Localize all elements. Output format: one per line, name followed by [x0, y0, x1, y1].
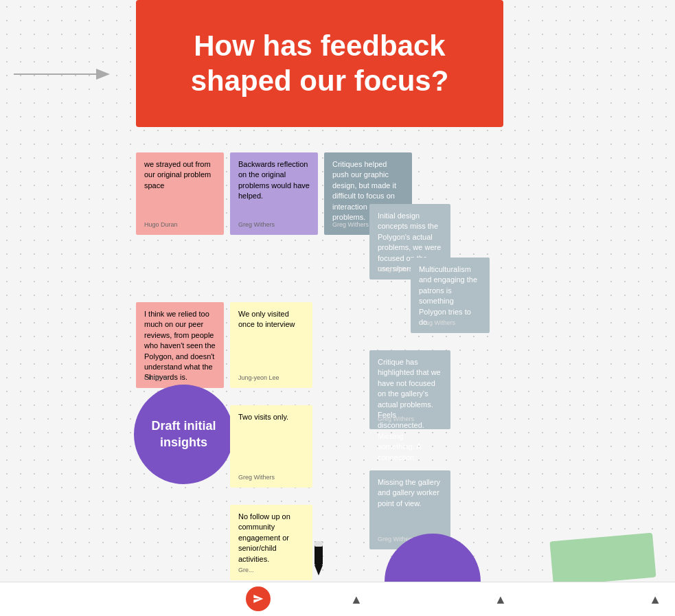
chevron-up-2[interactable]: ▲ — [494, 593, 507, 607]
note-11-author: Gre... — [238, 566, 254, 575]
circle-label-text: Draft initial insights — [144, 418, 223, 450]
header-card: How has feedback shaped our focus? — [136, 0, 503, 127]
draft-insights-circle[interactable]: Draft initial insights — [134, 385, 233, 484]
note-3-author: Greg Withers — [332, 220, 369, 229]
canvas: How has feedback shaped our focus? we st… — [0, 0, 675, 616]
note-11[interactable]: No follow up on community engagement or … — [230, 505, 312, 580]
note-11-text: No follow up on community engagement or … — [238, 512, 304, 564]
send-icon — [253, 593, 264, 604]
note-8-text: Critique has highlighted that we have no… — [378, 357, 442, 463]
note-7-text: We only visited once to interview — [238, 309, 304, 330]
note-2-text: Backwards reflection on the original pro… — [238, 159, 310, 202]
send-button[interactable] — [246, 586, 271, 611]
note-9-text: Two visits only. — [238, 412, 304, 422]
arrow — [7, 60, 113, 91]
toolbar: ▲ ▲ ▲ — [0, 582, 675, 616]
note-1-author: Hugo Duran — [144, 220, 178, 229]
note-9[interactable]: Two visits only. Greg Withers — [230, 405, 312, 488]
chevron-up-1[interactable]: ▲ — [350, 593, 363, 607]
marker-icon — [309, 541, 328, 580]
note-5[interactable]: Multiculturalism and engaging the patron… — [411, 258, 490, 333]
green-decoration — [549, 533, 656, 586]
chevron-up-3[interactable]: ▲ — [649, 593, 661, 607]
note-7-author: Jung-yeon Lee — [238, 374, 279, 383]
note-4-author: Greg Withers — [378, 265, 414, 274]
note-5-author: Greg Withers — [419, 319, 455, 328]
note-6-author: Cindy Ye — [144, 374, 169, 383]
svg-marker-3 — [314, 565, 323, 575]
note-6-text: I think we relied too much on our peer r… — [144, 309, 216, 383]
note-8[interactable]: Critique has highlighted that we have no… — [369, 350, 450, 429]
note-7[interactable]: We only visited once to interview Jung-y… — [230, 302, 312, 388]
note-9-author: Greg Withers — [238, 473, 275, 482]
note-1[interactable]: we strayed out from our original problem… — [136, 152, 224, 235]
header-title: How has feedback shaped our focus? — [150, 29, 490, 98]
note-2-author: Greg Withers — [238, 220, 275, 229]
note-10-text: Missing the gallery and gallery worker p… — [378, 477, 442, 509]
note-2[interactable]: Backwards reflection on the original pro… — [230, 152, 318, 235]
note-8-author: Greg Withers — [378, 415, 414, 424]
note-6[interactable]: I think we relied too much on our peer r… — [136, 302, 224, 388]
note-1-text: we strayed out from our original problem… — [144, 159, 216, 191]
svg-marker-1 — [96, 69, 110, 80]
svg-rect-4 — [314, 541, 323, 547]
